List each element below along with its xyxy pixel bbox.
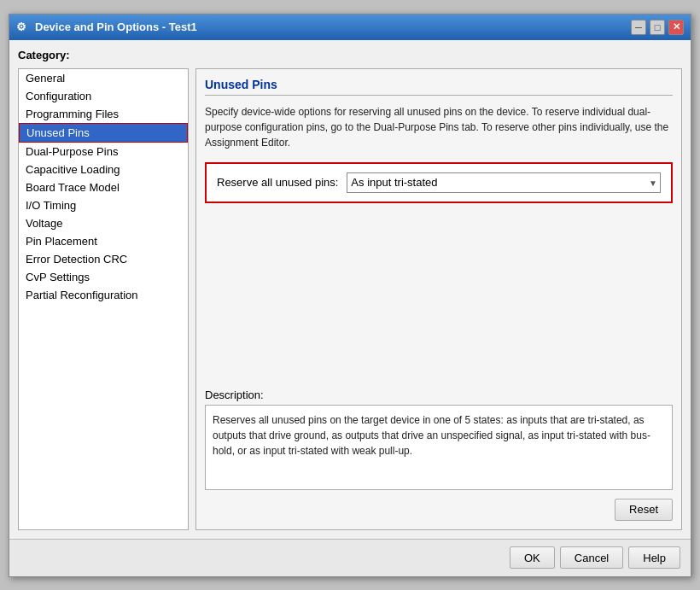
window-content: Category: General Configuration Programm… bbox=[9, 40, 691, 539]
sidebar-item-io-timing[interactable]: I/O Timing bbox=[19, 196, 188, 214]
sidebar: General Configuration Programming Files … bbox=[18, 68, 189, 530]
spacer bbox=[205, 212, 673, 380]
cancel-button[interactable]: Cancel bbox=[560, 546, 623, 569]
maximize-button[interactable]: □ bbox=[650, 20, 665, 35]
ok-button[interactable]: OK bbox=[510, 546, 555, 569]
window-title: Device and Pin Options - Test1 bbox=[35, 20, 197, 33]
title-bar-controls: ─ □ ✕ bbox=[631, 20, 684, 35]
sidebar-item-capacitive-loading[interactable]: Capacitive Loading bbox=[19, 161, 188, 178]
sidebar-item-programming-files[interactable]: Programming Files bbox=[19, 105, 188, 123]
reset-row: Reset bbox=[205, 499, 673, 521]
desc-box: Reserves all unused pins on the target d… bbox=[205, 405, 673, 490]
sidebar-item-voltage[interactable]: Voltage bbox=[19, 214, 188, 232]
reserve-box: Reserve all unused pins: As input tri-st… bbox=[205, 162, 673, 203]
description-text: Specify device-wide options for reservin… bbox=[205, 104, 673, 150]
title-bar: ⚙ Device and Pin Options - Test1 ─ □ ✕ bbox=[9, 15, 691, 40]
bottom-bar: OK Cancel Help bbox=[9, 539, 691, 576]
reserve-select[interactable]: As input tri-stated As output driving gr… bbox=[347, 172, 661, 193]
sidebar-item-partial-reconfiguration[interactable]: Partial Reconfiguration bbox=[19, 286, 188, 304]
reset-button[interactable]: Reset bbox=[615, 499, 673, 521]
sidebar-item-unused-pins[interactable]: Unused Pins bbox=[19, 123, 188, 143]
main-window: ⚙ Device and Pin Options - Test1 ─ □ ✕ C… bbox=[9, 14, 691, 577]
sidebar-item-pin-placement[interactable]: Pin Placement bbox=[19, 232, 188, 250]
window-icon: ⚙ bbox=[16, 20, 30, 34]
sidebar-item-error-detection-crc[interactable]: Error Detection CRC bbox=[19, 250, 188, 268]
content-header: Unused Pins bbox=[205, 78, 673, 96]
title-bar-left: ⚙ Device and Pin Options - Test1 bbox=[16, 20, 197, 34]
minimize-button[interactable]: ─ bbox=[631, 20, 646, 35]
close-button[interactable]: ✕ bbox=[668, 20, 684, 35]
select-wrapper: As input tri-stated As output driving gr… bbox=[347, 172, 661, 193]
sidebar-item-board-trace-model[interactable]: Board Trace Model bbox=[19, 178, 188, 196]
content-panel: Unused Pins Specify device-wide options … bbox=[195, 68, 682, 530]
reserve-label: Reserve all unused pins: bbox=[217, 176, 338, 189]
main-area: General Configuration Programming Files … bbox=[18, 68, 682, 530]
desc-label: Description: bbox=[205, 388, 673, 401]
sidebar-item-dual-purpose-pins[interactable]: Dual-Purpose Pins bbox=[19, 143, 188, 161]
help-button[interactable]: Help bbox=[628, 546, 680, 569]
category-label: Category: bbox=[18, 49, 682, 61]
sidebar-item-configuration[interactable]: Configuration bbox=[19, 87, 188, 105]
sidebar-item-general[interactable]: General bbox=[19, 69, 188, 87]
sidebar-item-cvp-settings[interactable]: CvP Settings bbox=[19, 268, 188, 286]
desc-section: Description: Reserves all unused pins on… bbox=[205, 388, 673, 490]
